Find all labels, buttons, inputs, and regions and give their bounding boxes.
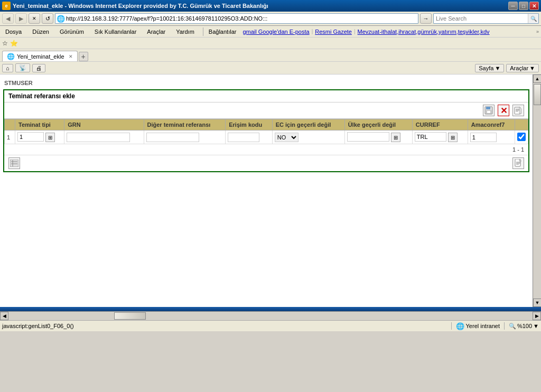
cell-ulke: ⊞ <box>344 130 412 144</box>
svg-rect-6 <box>516 110 519 110</box>
new-row-button[interactable] <box>512 157 524 169</box>
row-checkbox[interactable] <box>517 133 526 141</box>
curref-lookup-button[interactable]: ⊞ <box>448 133 458 142</box>
col-header-ec: EC için geçerli değil <box>272 119 344 130</box>
ie-page-icon: 🌐 <box>57 15 65 23</box>
zone-icon: 🌐 <box>456 322 464 330</box>
minimize-button[interactable]: ─ <box>508 2 518 10</box>
scroll-down-button[interactable]: ▼ <box>533 298 541 307</box>
refresh-button[interactable]: ↺ <box>42 13 53 24</box>
tab-close[interactable]: ✕ <box>69 54 73 59</box>
scroll-left-button[interactable]: ◀ <box>0 312 8 320</box>
svg-rect-1 <box>486 107 490 109</box>
app-icon: e <box>2 2 11 10</box>
menu-sik[interactable]: Sık Kullanılanlar <box>91 27 140 36</box>
cell-checkbox <box>515 130 528 144</box>
feed-button[interactable]: 📡 <box>15 63 30 72</box>
window-controls: ─ □ ✕ <box>508 2 539 10</box>
col-header-ulke: Ülke geçerli değil <box>344 119 412 130</box>
toolbar-left: ⌂ 📡 🖨 <box>2 63 45 72</box>
forward-button[interactable]: ▶ <box>15 13 27 24</box>
svg-marker-8 <box>519 107 521 114</box>
status-zone: 🌐 Yerel intranet <box>456 322 500 330</box>
teminat-tipi-input[interactable] <box>17 132 44 142</box>
status-sep2 <box>504 322 505 330</box>
go-button[interactable]: → <box>420 13 432 24</box>
col-header-teminat-tipi: Teminat tipi <box>15 119 64 130</box>
scroll-up-button[interactable]: ▲ <box>533 74 541 83</box>
add-row-button[interactable] <box>8 157 20 169</box>
link-mevzuat[interactable]: Mevzuat-ithalat,ihracat,gümrük,yatırım,t… <box>358 29 490 35</box>
erisim-input[interactable] <box>228 133 259 142</box>
main-area: STMUSER Teminat referansı ekle ✕ <box>0 74 541 307</box>
link-resmi[interactable]: Resmi Gazete <box>315 29 352 35</box>
page-button[interactable]: Sayfa ▼ <box>475 64 504 72</box>
zoom-icon: 🔍 <box>509 323 516 330</box>
zone-label: Yerel intranet <box>466 323 500 329</box>
col-header-curref: CURREF <box>412 119 468 130</box>
tab-yeni-teminat[interactable]: 🌐 Yeni_teminat_ekle ✕ <box>2 51 78 61</box>
ulke-input[interactable] <box>347 132 389 142</box>
print-button[interactable]: 🖨 <box>32 64 45 72</box>
row-number: 1 <box>5 130 15 144</box>
ec-select[interactable]: NO YES <box>275 133 299 142</box>
scroll-thumb[interactable] <box>534 84 541 105</box>
new-tab-button[interactable]: + <box>79 52 88 61</box>
nav-bar: ◀ ▶ ✕ ↺ 🌐 → 🔍 <box>0 12 541 26</box>
user-label: STMUSER <box>3 78 529 87</box>
back-button[interactable]: ◀ <box>2 13 14 24</box>
scroll-right-button[interactable]: ▶ <box>533 312 541 320</box>
h-scroll-track <box>8 312 533 320</box>
search-go-button[interactable]: 🔍 <box>528 14 538 23</box>
tabs-bar: 🌐 Yeni_teminat_ekle ✕ + <box>0 49 541 62</box>
favorites-bar: ☆ ⭐ <box>0 38 541 49</box>
page-content: STMUSER Teminat referansı ekle ✕ <box>0 74 533 286</box>
bookmark-links: gmail Google'dan E-posta | Resmi Gazete … <box>242 29 489 35</box>
diger-input[interactable] <box>146 133 199 142</box>
menu-yardim[interactable]: Yardım <box>173 27 198 36</box>
menu-gorunum[interactable]: Görünüm <box>57 27 87 36</box>
section-title: Teminat referansı ekle <box>4 90 528 102</box>
svg-rect-7 <box>516 111 518 111</box>
section-box: Teminat referansı ekle ✕ <box>3 89 529 172</box>
ulke-lookup-button[interactable]: ⊞ <box>391 133 400 142</box>
search-input[interactable] <box>434 15 528 22</box>
amaconref-input[interactable] <box>470 133 497 142</box>
close-button[interactable]: ✕ <box>529 2 539 10</box>
overflow-arrow: » <box>536 29 539 34</box>
svg-rect-9 <box>10 160 18 167</box>
title-bar: e Yeni_teminat_ekle - Windows Internet E… <box>0 0 541 12</box>
cell-grn <box>64 130 144 144</box>
col-header-erisim: Erişim kodu <box>226 119 272 130</box>
stop-button[interactable]: ✕ <box>29 13 40 24</box>
link-gmail[interactable]: gmail Google'dan E-posta <box>242 29 309 35</box>
scroll-track <box>533 83 541 298</box>
save-button[interactable] <box>483 105 495 116</box>
cell-erisim <box>226 130 272 144</box>
curref-input[interactable] <box>415 132 446 142</box>
grn-input[interactable] <box>67 133 130 142</box>
fav-add[interactable]: ⭐ <box>10 40 18 47</box>
tools-button[interactable]: Araçlar ▼ <box>506 64 539 72</box>
data-table: Teminat tipi GRN Diğer teminat referansı… <box>4 119 528 144</box>
menu-duzen[interactable]: Düzen <box>29 27 52 36</box>
delete-button[interactable]: ✕ <box>498 105 509 116</box>
home-button[interactable]: ⌂ <box>2 64 13 72</box>
fav-star[interactable]: ☆ <box>2 40 8 47</box>
maximize-button[interactable]: □ <box>519 2 528 10</box>
status-text: javascript:genList0_F06_0() <box>2 323 447 329</box>
export-button[interactable] <box>512 105 524 116</box>
menu-araclar[interactable]: Araçlar <box>144 27 169 36</box>
pagination-text: 1 - 1 <box>512 146 524 153</box>
zoom-dropdown[interactable]: ▼ <box>533 323 539 329</box>
h-scroll-thumb[interactable] <box>114 312 146 320</box>
ie-tab-icon: 🌐 <box>7 53 15 60</box>
new-doc-icon <box>515 159 522 167</box>
col-header-amacon: Amaconref7 <box>468 119 515 130</box>
tab-label: Yeni_teminat_ekle <box>17 53 64 60</box>
address-input[interactable] <box>66 15 417 22</box>
teminat-tipi-lookup-button[interactable]: ⊞ <box>45 133 55 142</box>
menu-dosya[interactable]: Dosya <box>2 27 25 36</box>
window-title: Yeni_teminat_ekle - Windows Internet Exp… <box>13 3 268 9</box>
col-header-diger: Diğer teminat referansı <box>144 119 226 130</box>
